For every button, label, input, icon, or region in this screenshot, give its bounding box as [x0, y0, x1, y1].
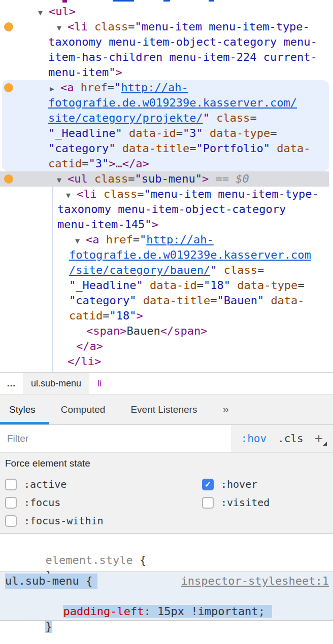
dom-tree-line[interactable]: /site/category/bauen/" class= [0, 263, 333, 278]
dom-node-li-close[interactable]: </li> [0, 354, 333, 369]
dom-tree-line[interactable]: "category" data-title="Portfolio" data- [0, 141, 333, 156]
dom-tree-line[interactable]: menu-item"> [0, 65, 333, 80]
dom-node-ul-open[interactable]: ▼<ul> [0, 4, 333, 19]
code-token-plain: = [128, 20, 135, 33]
toggle-element-state-button[interactable]: :hov [241, 433, 267, 445]
code-token-val: "menu-item menu-item-type- [135, 20, 309, 33]
dom-node-li-menu-item-224[interactable]: ▼<li class="menu-item menu-item-type-tax… [0, 19, 333, 80]
code-token-attr: href [106, 233, 133, 246]
dom-node-span-bauen[interactable]: <span>Bauen</span> [0, 324, 333, 339]
code-token-plain [217, 264, 223, 276]
breadcrumb: … ul.sub-menuli [0, 372, 333, 395]
rule-ul-sub-menu[interactable]: ul.sub-menu { inspector-stylesheet:1 pad… [0, 572, 333, 621]
dom-tree-line[interactable]: fotografie.de.w019239e.kasserver.com [0, 247, 333, 263]
dom-tree-line[interactable]: catid="3">…</a> [0, 156, 333, 171]
dom-node-a-close[interactable]: </a> [0, 339, 333, 354]
dom-node-a-bauen[interactable]: ▼<a href="http://ah-fotografie.de.w01923… [0, 232, 333, 324]
code-token-val: "category" [48, 142, 115, 155]
dom-tree-line[interactable]: ▼<li class="menu-item menu-item-type- [0, 187, 333, 202]
code-token-attr: data- [271, 294, 304, 307]
code-token-plain: = [189, 142, 196, 155]
styles-filter-input[interactable] [0, 425, 231, 452]
dom-tree-line[interactable]: ▼<ul> [0, 4, 333, 19]
dom-tree-line[interactable]: item-has-children menu-item-224 current- [0, 50, 333, 65]
dom-node-li-menu-item-145[interactable]: ▼<li class="menu-item menu-item-type-tax… [0, 187, 333, 232]
css-property-value[interactable]: 15px !important [157, 605, 258, 618]
code-token-plain [97, 188, 104, 200]
code-token-plain: = [210, 294, 217, 307]
code-token-attr: data-id [150, 279, 197, 292]
dom-tree-line[interactable]: ▼<ul class="sub-menu"> == $0 [0, 171, 333, 187]
dom-tree-line[interactable]: taxonomy menu-item-object-category menu- [0, 34, 333, 50]
dom-tree-line[interactable]: ▶<a href="http://ah- [0, 80, 333, 95]
code-token-attr: data-type [237, 279, 297, 292]
styles-filter-bar: :hov .cls + [0, 425, 333, 453]
code-token-plain [230, 279, 237, 292]
code-token-tag: > [115, 66, 122, 79]
checkbox-active[interactable] [5, 479, 17, 490]
dom-tree-line[interactable]: </a> [0, 339, 333, 354]
expand-arrow-icon[interactable]: ▼ [57, 20, 68, 35]
code-token-plain [74, 81, 81, 94]
breadcrumb-item-li[interactable]: li [89, 373, 110, 394]
dom-tree-line[interactable]: menu-item-145"> [0, 217, 333, 232]
expand-arrow-icon[interactable]: ▶ [50, 81, 60, 96]
rule-element-style[interactable]: element.style { } [0, 534, 333, 572]
dom-tree-line[interactable]: "_Headline" data-id="18" data-type= [0, 278, 333, 293]
checkbox-label[interactable]: :focus-within [24, 515, 104, 527]
css-property-name[interactable]: padding-left [63, 605, 144, 618]
checkbox-hover[interactable]: ✓ [202, 479, 214, 490]
breadcrumb-overflow-button[interactable]: … [0, 373, 23, 394]
force-state-row-focus: :focus [5, 493, 202, 512]
checkbox-label[interactable]: :active [24, 478, 66, 490]
expand-arrow-icon[interactable]: ▼ [38, 5, 49, 20]
rule-selector[interactable]: ul.sub-menu [5, 575, 79, 587]
stylesheet-source-link[interactable]: inspector-stylesheet:1 [181, 574, 329, 589]
checkbox-label[interactable]: :visited [221, 496, 270, 509]
code-token-attr: class [94, 172, 128, 185]
dom-node-ul-sub-menu[interactable]: ▼<ul class="sub-menu"> == $0 [0, 171, 333, 187]
expand-arrow-icon[interactable]: ▼ [66, 188, 77, 203]
force-state-row-hover: ✓:hover [202, 475, 270, 493]
code-token-val: " [203, 112, 210, 124]
code-token-plain: = [257, 264, 264, 276]
more-tabs-chevron-icon[interactable]: » [221, 395, 229, 424]
dom-tree-line[interactable]: ▼<li class="menu-item menu-item-type- [0, 19, 333, 34]
checkbox-focus[interactable] [5, 497, 17, 509]
breadcrumb-item-ul.sub-menu[interactable]: ul.sub-menu [23, 373, 89, 394]
expand-arrow-icon[interactable]: ▼ [75, 233, 86, 248]
new-style-rule-button[interactable]: + [315, 432, 323, 446]
dom-tree-line[interactable]: <span>Bauen</span> [0, 324, 333, 339]
code-token-plain: = [137, 188, 144, 200]
code-token-plain [88, 172, 94, 185]
element-classes-button[interactable]: .cls [278, 433, 304, 445]
code-token-val: "Portfolio" [196, 142, 270, 155]
rule-selector[interactable]: element.style [45, 554, 132, 566]
dom-tree-line[interactable]: "_Headline" data-id="3" data-type= [0, 126, 333, 141]
dom-tree-line[interactable]: fotografie.de.w019239e.kasserver.com/ [0, 95, 333, 111]
dom-tree-line[interactable]: "category" data-title="Bauen" data- [0, 293, 333, 308]
dom-tree-line[interactable]: taxonomy menu-item-object-category [0, 202, 333, 217]
checkbox-focus-within[interactable] [5, 515, 17, 527]
tab-styles[interactable]: Styles [8, 395, 37, 424]
tab-event-listeners[interactable]: Event Listeners [129, 395, 198, 424]
checkbox-visited[interactable] [202, 497, 214, 509]
code-token-link: site/category/projekte/ [48, 112, 203, 124]
code-token-tag: </a> [122, 157, 149, 170]
code-token-val: "3" [183, 127, 203, 139]
code-token-tag: <li [68, 20, 88, 33]
dom-tree-line[interactable]: </li> [0, 354, 333, 369]
checkbox-label[interactable]: :hover [221, 478, 257, 490]
checkbox-label[interactable]: :focus [24, 496, 60, 509]
dom-tree-line[interactable]: catid="18"> [0, 308, 333, 324]
dom-breakpoint-dot[interactable] [4, 83, 13, 92]
code-token-attr: catid [48, 157, 82, 170]
dom-tree-line[interactable]: ▼<a href="http://ah- [0, 232, 333, 247]
dom-breakpoint-dot[interactable] [4, 174, 13, 184]
dom-breakpoint-dot[interactable] [4, 22, 13, 31]
tab-computed[interactable]: Computed [60, 395, 107, 424]
css-property-separator: : [144, 605, 157, 618]
dom-tree-line[interactable]: site/category/projekte/" class= [0, 111, 333, 126]
expand-arrow-icon[interactable]: ▼ [57, 172, 68, 188]
dom-node-a-portfolio[interactable]: ▶<a href="http://ah-fotografie.de.w01923… [0, 80, 333, 171]
